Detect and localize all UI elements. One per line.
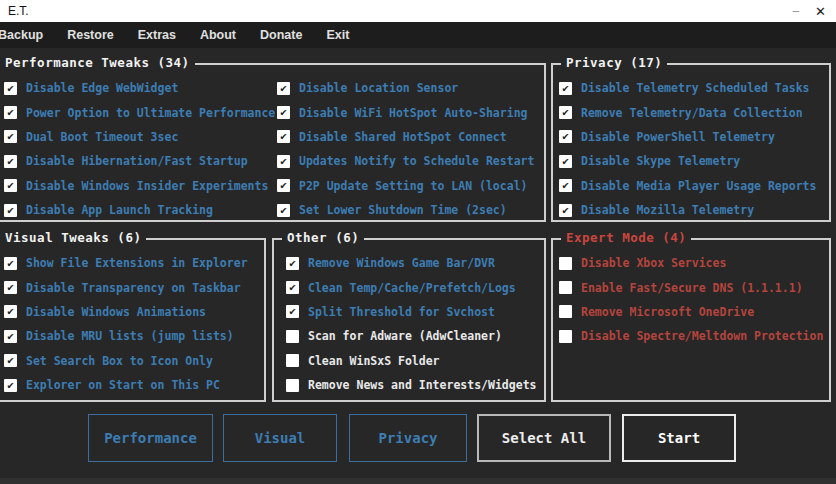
menu-item-donate[interactable]: Donate bbox=[256, 26, 306, 44]
expert-column: Disable Xbox ServicesEnable Fast/Secure … bbox=[559, 251, 823, 349]
checkbox-checked-icon[interactable] bbox=[4, 179, 17, 192]
tweak-item[interactable]: Updates Notify to Schedule Restart bbox=[277, 149, 534, 173]
checkbox-checked-icon[interactable] bbox=[4, 354, 17, 367]
tweak-item[interactable]: Remove News and Interests/Widgets bbox=[286, 373, 536, 397]
tweak-label: Disable Skype Telemetry bbox=[581, 154, 740, 168]
checkbox-checked-icon[interactable] bbox=[277, 204, 290, 217]
tweak-item[interactable]: Set Search Box to Icon Only bbox=[4, 349, 248, 373]
checkbox-checked-icon[interactable] bbox=[559, 179, 572, 192]
checkbox-checked-icon[interactable] bbox=[559, 82, 572, 95]
tweak-item[interactable]: Dual Boot Timeout 3sec bbox=[4, 125, 275, 149]
group-title-expert: Expert Mode (4) bbox=[561, 230, 691, 245]
tweak-item[interactable]: Remove Microsoft OneDrive bbox=[559, 300, 823, 324]
tweak-item[interactable]: Disable Edge WebWidget bbox=[4, 76, 275, 100]
checkbox-unchecked-icon[interactable] bbox=[559, 257, 572, 270]
tweak-item[interactable]: Power Option to Ultimate Performance bbox=[4, 100, 275, 124]
checkbox-checked-icon[interactable] bbox=[559, 155, 572, 168]
tweak-item[interactable]: Disable Skype Telemetry bbox=[559, 149, 816, 173]
visual-button[interactable]: Visual bbox=[223, 414, 337, 462]
checkbox-checked-icon[interactable] bbox=[4, 106, 17, 119]
minimize-icon[interactable]: – bbox=[792, 4, 799, 18]
checkbox-unchecked-icon[interactable] bbox=[286, 330, 299, 343]
checkbox-checked-icon[interactable] bbox=[277, 155, 290, 168]
tweak-item[interactable]: Clean Temp/Cache/Prefetch/Logs bbox=[286, 275, 536, 299]
start-button[interactable]: Start bbox=[622, 414, 736, 462]
tweak-label: Disable Windows Animations bbox=[26, 305, 206, 319]
tweak-label: Remove Windows Game Bar/DVR bbox=[308, 256, 495, 270]
checkbox-checked-icon[interactable] bbox=[4, 155, 17, 168]
checkbox-checked-icon[interactable] bbox=[277, 106, 290, 119]
menu-item-extras[interactable]: Extras bbox=[134, 26, 180, 44]
tweak-item[interactable]: Disable Windows Animations bbox=[4, 300, 248, 324]
checkbox-checked-icon[interactable] bbox=[4, 257, 17, 270]
menu-item-about[interactable]: About bbox=[196, 26, 240, 44]
tweak-item[interactable]: Clean WinSxS Folder bbox=[286, 349, 536, 373]
tweak-item[interactable]: Explorer on Start on This PC bbox=[4, 373, 248, 397]
tweak-item[interactable]: Disable Telemetry Scheduled Tasks bbox=[559, 76, 816, 100]
checkbox-checked-icon[interactable] bbox=[277, 130, 290, 143]
menu-item-exit[interactable]: Exit bbox=[322, 26, 353, 44]
tweak-item[interactable]: Remove Telemetry/Data Collection bbox=[559, 100, 816, 124]
checkbox-checked-icon[interactable] bbox=[559, 204, 572, 217]
checkbox-checked-icon[interactable] bbox=[4, 281, 17, 294]
tweak-item[interactable]: Disable Spectre/Meltdown Protection bbox=[559, 324, 823, 348]
tweak-item[interactable]: Disable Mozilla Telemetry bbox=[559, 198, 816, 222]
tweak-label: Disable Transparency on Taskbar bbox=[26, 281, 241, 295]
tweak-label: Explorer on Start on This PC bbox=[26, 378, 220, 392]
checkbox-checked-icon[interactable] bbox=[277, 179, 290, 192]
tweak-item[interactable]: Disable MRU lists (jump lists) bbox=[4, 324, 248, 348]
performance-column-2: Disable Location SensorDisable WiFi HotS… bbox=[277, 76, 534, 222]
checkbox-checked-icon[interactable] bbox=[559, 106, 572, 119]
menu-item-restore[interactable]: Restore bbox=[63, 26, 118, 44]
tweak-item[interactable]: Disable Hibernation/Fast Startup bbox=[4, 149, 275, 173]
tweak-item[interactable]: Disable Xbox Services bbox=[559, 251, 823, 275]
checkbox-checked-icon[interactable] bbox=[4, 379, 17, 392]
checkbox-checked-icon[interactable] bbox=[559, 130, 572, 143]
tweak-item[interactable]: Disable WiFi HotSpot Auto-Sharing bbox=[277, 100, 534, 124]
checkbox-unchecked-icon[interactable] bbox=[559, 330, 572, 343]
privacy-button[interactable]: Privacy bbox=[349, 414, 467, 462]
tweak-label: Disable Media Player Usage Reports bbox=[581, 179, 816, 193]
checkbox-checked-icon[interactable] bbox=[286, 305, 299, 318]
tweak-item[interactable]: Show File Extensions in Explorer bbox=[4, 251, 248, 275]
tweak-label: Disable Edge WebWidget bbox=[26, 81, 178, 95]
tweak-label: Clean WinSxS Folder bbox=[308, 354, 440, 368]
checkbox-checked-icon[interactable] bbox=[4, 305, 17, 318]
tweak-item[interactable]: Remove Windows Game Bar/DVR bbox=[286, 251, 536, 275]
checkbox-unchecked-icon[interactable] bbox=[559, 305, 572, 318]
checkbox-checked-icon[interactable] bbox=[4, 82, 17, 95]
tweak-label: Disable Xbox Services bbox=[581, 256, 726, 270]
performance-button[interactable]: Performance bbox=[88, 414, 213, 462]
tweak-item[interactable]: Disable App Launch Tracking bbox=[4, 198, 275, 222]
tweak-item[interactable]: Set Lower Shutdown Time (2sec) bbox=[277, 198, 534, 222]
tweak-item[interactable]: Disable Windows Insider Experiments bbox=[4, 174, 275, 198]
tweak-label: Show File Extensions in Explorer bbox=[26, 256, 248, 270]
tweak-item[interactable]: Scan for Adware (AdwCleaner) bbox=[286, 324, 536, 348]
checkbox-unchecked-icon[interactable] bbox=[286, 379, 299, 392]
checkbox-checked-icon[interactable] bbox=[286, 281, 299, 294]
tweak-item[interactable]: Disable Media Player Usage Reports bbox=[559, 174, 816, 198]
tweak-item[interactable]: Split Threshold for Svchost bbox=[286, 300, 536, 324]
tweak-label: Remove Microsoft OneDrive bbox=[581, 305, 754, 319]
tweak-item[interactable]: Disable Transparency on Taskbar bbox=[4, 275, 248, 299]
checkbox-checked-icon[interactable] bbox=[4, 204, 17, 217]
select-all-button[interactable]: Select All bbox=[477, 414, 611, 462]
tweak-label: Disable WiFi HotSpot Auto-Sharing bbox=[299, 106, 527, 120]
menu-item-backup[interactable]: Backup bbox=[0, 26, 47, 44]
checkbox-unchecked-icon[interactable] bbox=[286, 354, 299, 367]
checkbox-checked-icon[interactable] bbox=[286, 257, 299, 270]
tweak-item[interactable]: Enable Fast/Secure DNS (1.1.1.1) bbox=[559, 275, 823, 299]
tweak-item[interactable]: P2P Update Setting to LAN (local) bbox=[277, 174, 534, 198]
tweak-item[interactable]: Disable Location Sensor bbox=[277, 76, 534, 100]
checkbox-unchecked-icon[interactable] bbox=[559, 281, 572, 294]
close-icon[interactable]: ✕ bbox=[815, 5, 826, 18]
tweak-label: Set Search Box to Icon Only bbox=[26, 354, 213, 368]
tweak-label: Disable MRU lists (jump lists) bbox=[26, 329, 234, 343]
tweak-item[interactable]: Disable Shared HotSpot Connect bbox=[277, 125, 534, 149]
checkbox-checked-icon[interactable] bbox=[277, 82, 290, 95]
checkbox-checked-icon[interactable] bbox=[4, 130, 17, 143]
tweak-item[interactable]: Disable PowerShell Telemetry bbox=[559, 125, 816, 149]
checkbox-checked-icon[interactable] bbox=[4, 330, 17, 343]
tweak-label: Power Option to Ultimate Performance bbox=[26, 106, 275, 120]
tweak-label: Disable Telemetry Scheduled Tasks bbox=[581, 81, 809, 95]
